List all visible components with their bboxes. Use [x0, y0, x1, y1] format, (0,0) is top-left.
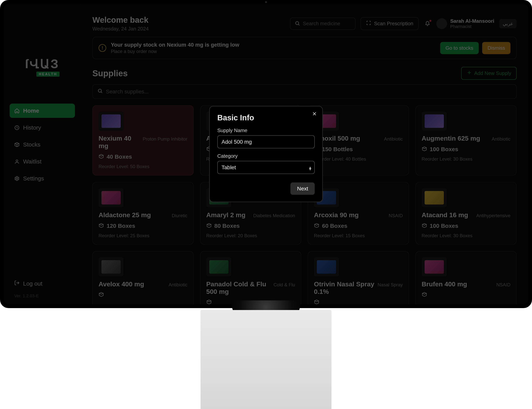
- screen: ſՎԱЗ HEALTH Home: [4, 4, 528, 304]
- supply-name-input[interactable]: [217, 135, 315, 149]
- monitor-bezel: ſՎԱЗ HEALTH Home: [0, 0, 532, 308]
- category-label: Category: [217, 153, 315, 159]
- modal-close-button[interactable]: ✕: [311, 111, 317, 117]
- modal-next-button[interactable]: Next: [290, 183, 315, 195]
- category-select[interactable]: [217, 161, 315, 174]
- supply-name-label: Supply Name: [217, 128, 315, 133]
- close-icon: ✕: [312, 111, 317, 117]
- monitor-stand: [201, 310, 331, 409]
- modal-title: Basic Info: [217, 113, 315, 122]
- add-supply-modal: ✕ Basic Info Supply Name Category ▴▾ Nex…: [209, 106, 323, 202]
- camera-notch: [265, 1, 267, 3]
